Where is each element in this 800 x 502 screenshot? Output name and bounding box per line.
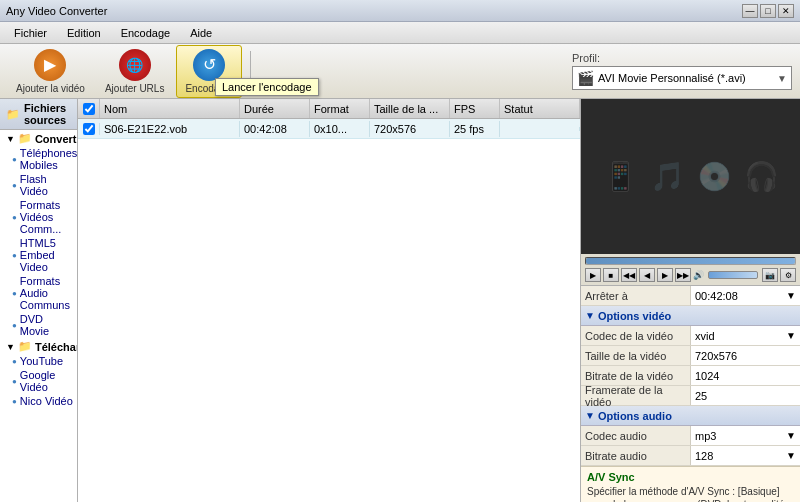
titlebar-title: Any Video Converter bbox=[6, 5, 107, 17]
sidebar-item-telephones[interactable]: ● Téléphones Mobiles bbox=[0, 146, 77, 172]
sidebar-item-nico[interactable]: ● Nico Vidéo bbox=[0, 394, 77, 408]
profile-label: Profil: bbox=[572, 52, 600, 64]
left-panel-header: 📁 Fichiers sources bbox=[0, 99, 77, 130]
profile-value: AVI Movie Personnalisé (*.avi) bbox=[598, 72, 777, 84]
video-options-header: ▼ Options vidéo bbox=[581, 306, 800, 326]
next-frame-button[interactable]: ▶ bbox=[657, 268, 673, 282]
tree-expand-icon: ▼ bbox=[6, 342, 15, 352]
bullet-icon: ● bbox=[12, 155, 17, 164]
sidebar-item-formats-video[interactable]: ● Formats Vidéos Comm... bbox=[0, 198, 77, 236]
sidebar-item-youtube[interactable]: ● YouTube bbox=[0, 354, 77, 368]
add-urls-label: Ajouter URLs bbox=[105, 83, 164, 94]
add-video-button[interactable]: ▶ Ajouter la vidéo bbox=[8, 46, 93, 97]
progress-controls: ▶ ■ ◀◀ ◀ ▶ ▶▶ 🔊 📷 ⚙ bbox=[585, 268, 796, 282]
collapse-video-button[interactable]: ▼ bbox=[585, 310, 595, 321]
titlebar: Any Video Converter — □ ✕ bbox=[0, 0, 800, 22]
preview-placeholder: 📱 🎵 💿 🎧 bbox=[603, 160, 779, 193]
sidebar-item-google-video[interactable]: ● Google Vidéo bbox=[0, 368, 77, 394]
codec-audio-value[interactable]: mp3 ▼ bbox=[691, 426, 800, 445]
select-all-checkbox[interactable] bbox=[83, 103, 95, 115]
volume-slider[interactable] bbox=[708, 271, 758, 279]
taille-video-value[interactable]: 720x576 bbox=[691, 346, 800, 365]
restore-button[interactable]: □ bbox=[760, 4, 776, 18]
film-icon: 🎬 bbox=[577, 70, 594, 86]
settings-button[interactable]: ⚙ bbox=[780, 268, 796, 282]
collapse-audio-button[interactable]: ▼ bbox=[585, 410, 595, 421]
dropdown-arrow-icon: ▼ bbox=[777, 73, 787, 84]
bitrate-audio-row: Bitrate audio 128 ▼ bbox=[581, 446, 800, 466]
main-content: 📁 Fichiers sources ▼ 📁 Convertis ● Télép… bbox=[0, 99, 800, 502]
tree-section-label: Téléchargés bbox=[35, 341, 78, 353]
row-checkbox-col bbox=[78, 123, 100, 135]
sidebar-item-flash[interactable]: ● Flash Vidéo bbox=[0, 172, 77, 198]
sidebar-item-dvd[interactable]: ● DVD Movie bbox=[0, 312, 77, 338]
file-status bbox=[500, 127, 580, 131]
stop-button[interactable]: ■ bbox=[603, 268, 619, 282]
progress-area: ▶ ■ ◀◀ ◀ ▶ ▶▶ 🔊 📷 ⚙ bbox=[581, 254, 800, 286]
toolbar: ▶ Ajouter la vidéo 🌐 Ajouter URLs ↺ Enco… bbox=[0, 44, 800, 99]
menubar: Fichier Edition Encodage Aide bbox=[0, 22, 800, 44]
right-panel: 📱 🎵 💿 🎧 ▶ ■ ◀◀ ◀ ▶ ▶▶ 🔊 📷 ⚙ bbox=[580, 99, 800, 502]
add-urls-button[interactable]: 🌐 Ajouter URLs bbox=[97, 46, 172, 97]
codec-video-label: Codec de la vidéo bbox=[581, 326, 691, 345]
left-panel-title: Fichiers sources bbox=[24, 102, 71, 126]
tree-section-convertis[interactable]: ▼ 📁 Convertis bbox=[0, 130, 77, 146]
av-sync-section: A/V Sync Spécifier la méthode d'A/V Sync… bbox=[581, 466, 800, 502]
bullet-icon: ● bbox=[12, 289, 17, 298]
arrete-a-label: Arrêter à bbox=[581, 286, 691, 305]
row-checkbox[interactable] bbox=[83, 123, 95, 135]
prev-frame-button[interactable]: ◀ bbox=[639, 268, 655, 282]
col-fps: FPS bbox=[450, 99, 500, 118]
file-format: 0x10... bbox=[310, 121, 370, 137]
codec-video-value[interactable]: xvid ▼ bbox=[691, 326, 800, 345]
tree-section-telecharges[interactable]: ▼ 📁 Téléchargés bbox=[0, 338, 77, 354]
rewind-button[interactable]: ◀◀ bbox=[621, 268, 637, 282]
framerate-video-row: Framerate de la vidéo 25 bbox=[581, 386, 800, 406]
ipod-icon: 🎧 bbox=[744, 160, 779, 193]
sidebar-item-formats-audio[interactable]: ● Formats Audio Communs bbox=[0, 274, 77, 312]
framerate-video-value[interactable]: 25 bbox=[691, 386, 800, 405]
close-button[interactable]: ✕ bbox=[778, 4, 794, 18]
bullet-icon: ● bbox=[12, 181, 17, 190]
table-row[interactable]: S06-E21E22.vob 00:42:08 0x10... 720x576 … bbox=[78, 119, 580, 139]
snapshot-button[interactable]: 📷 bbox=[762, 268, 778, 282]
minimize-button[interactable]: — bbox=[742, 4, 758, 18]
menu-aide[interactable]: Aide bbox=[180, 25, 222, 41]
phone-icon: 📱 bbox=[603, 160, 638, 193]
codec-audio-label: Codec audio bbox=[581, 426, 691, 445]
arrete-a-row: Arrêter à 00:42:08 ▼ bbox=[581, 286, 800, 306]
header-checkbox-col bbox=[78, 99, 100, 118]
folder-icon: 📁 bbox=[6, 108, 20, 121]
preview-area: 📱 🎵 💿 🎧 bbox=[581, 99, 800, 254]
taille-video-row: Taille de la vidéo 720x576 bbox=[581, 346, 800, 366]
arrete-a-dropdown[interactable]: ▼ bbox=[786, 290, 796, 301]
audio-codec-dropdown-icon: ▼ bbox=[786, 430, 796, 441]
bitrate-video-value[interactable]: 1024 bbox=[691, 366, 800, 385]
bitrate-audio-value[interactable]: 128 ▼ bbox=[691, 446, 800, 465]
col-size: Taille de la ... bbox=[370, 99, 450, 118]
play-button[interactable]: ▶ bbox=[585, 268, 601, 282]
col-nom: Nom bbox=[100, 99, 240, 118]
progress-fill bbox=[586, 258, 795, 264]
col-status: Statut bbox=[500, 99, 580, 118]
bullet-icon: ● bbox=[12, 321, 17, 330]
menu-fichier[interactable]: Fichier bbox=[4, 25, 57, 41]
audio-options-header: ▼ Options audio bbox=[581, 406, 800, 426]
bullet-icon: ● bbox=[12, 357, 17, 366]
sidebar-item-html5[interactable]: ● HTML5 Embed Video bbox=[0, 236, 77, 274]
forward-button[interactable]: ▶▶ bbox=[675, 268, 691, 282]
menu-encodage[interactable]: Encodage bbox=[111, 25, 181, 41]
file-list-header: Nom Durée Format Taille de la ... FPS St… bbox=[78, 99, 580, 119]
bullet-icon: ● bbox=[12, 213, 17, 222]
bitrate-audio-label: Bitrate audio bbox=[581, 446, 691, 465]
file-size: 720x576 bbox=[370, 121, 450, 137]
tree-expand-icon: ▼ bbox=[6, 134, 15, 144]
add-video-label: Ajouter la vidéo bbox=[16, 83, 85, 94]
taille-video-label: Taille de la vidéo bbox=[581, 346, 691, 365]
video-section-label: Options vidéo bbox=[598, 310, 671, 322]
bitrate-video-label: Bitrate de la vidéo bbox=[581, 366, 691, 385]
menu-edition[interactable]: Edition bbox=[57, 25, 111, 41]
file-duration: 00:42:08 bbox=[240, 121, 310, 137]
profile-dropdown[interactable]: 🎬 AVI Movie Personnalisé (*.avi) ▼ bbox=[572, 66, 792, 90]
add-video-icon: ▶ bbox=[34, 49, 66, 81]
